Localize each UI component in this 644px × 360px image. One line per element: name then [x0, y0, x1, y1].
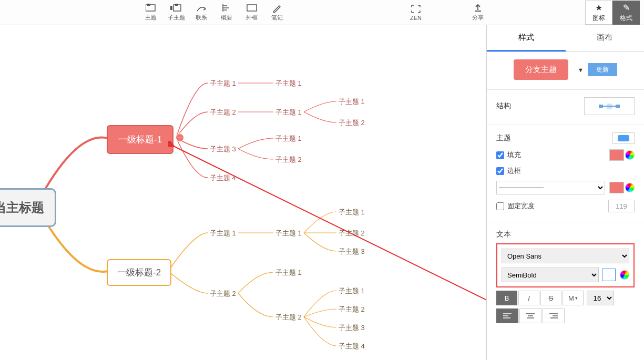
tab-format-label: 格式	[620, 14, 632, 23]
fill-color-picker-icon[interactable]	[625, 150, 635, 160]
note-label: 笔记	[271, 14, 283, 22]
text-color-swatch[interactable]	[602, 269, 616, 281]
border-checkbox-input[interactable]	[496, 167, 504, 175]
caret-down-icon[interactable]: ▼	[578, 67, 584, 73]
update-button[interactable]: 更新	[588, 63, 617, 76]
text-format-row: B I S M▾ 16	[496, 291, 635, 305]
leaf-node[interactable]: 子主题 1	[273, 78, 304, 89]
border-style-select[interactable]: ──────────	[496, 181, 605, 194]
leaf-node[interactable]: 子主题 1	[273, 133, 304, 145]
relation-button[interactable]: 联系	[189, 1, 214, 25]
leaf-node[interactable]: 子主题 2	[208, 288, 238, 300]
align-center-button[interactable]	[519, 308, 541, 323]
leaf-node[interactable]: 子主题 2	[336, 117, 367, 129]
bold-button[interactable]: B	[496, 291, 517, 305]
frame-label: 外框	[246, 14, 258, 22]
share-button[interactable]: 分享	[465, 1, 490, 25]
summary-button[interactable]: 概要	[214, 1, 239, 25]
leaf-node[interactable]: 子主题 2	[336, 304, 367, 315]
zen-button[interactable]: ZEN	[403, 1, 428, 25]
leaf-node[interactable]: 子主题 3	[336, 246, 367, 258]
leaf-node[interactable]: 子主题 1	[208, 78, 238, 89]
align-right-button[interactable]	[543, 308, 565, 323]
font-size-select[interactable]: 16	[587, 291, 614, 305]
zen-label: ZEN	[410, 15, 422, 21]
star-icon: ★	[595, 3, 602, 13]
collapse-toggle[interactable]: −	[176, 133, 184, 142]
leaf-node[interactable]: 子主题 2	[208, 107, 238, 118]
fill-checkbox-input[interactable]	[496, 151, 504, 159]
structure-label: 结构	[496, 101, 511, 111]
align-left-button[interactable]	[496, 308, 518, 323]
relation-icon	[196, 3, 207, 13]
theme-label: 主题	[496, 133, 511, 143]
format-panel: 样式 画布 分支主题 ▼ 更新 结构 主题 填充	[486, 25, 644, 360]
svg-rect-8	[599, 105, 603, 108]
fixed-width-label: 固定宽度	[507, 201, 535, 211]
structure-selector[interactable]	[584, 97, 635, 115]
subtopic-button[interactable]: 子主题	[163, 1, 189, 25]
svg-rect-2	[170, 6, 172, 10]
fixed-width-input[interactable]	[608, 200, 635, 212]
panel-tab-canvas[interactable]: 画布	[566, 25, 645, 52]
leaf-node[interactable]: 子主题 1	[273, 228, 304, 239]
connector-layer	[0, 25, 486, 360]
font-weight-select[interactable]: SemiBold	[502, 268, 599, 282]
panel-tab-style[interactable]: 样式	[487, 25, 566, 52]
text-align-row	[496, 308, 635, 323]
leaf-node[interactable]: 子主题 1	[336, 285, 367, 297]
branch-node-2[interactable]: 一级标题-2	[107, 259, 171, 286]
mindmap-canvas[interactable]: 当主标题 一级标题-1 − 子主题 1 子主题 2 子主题 3 子主题 4 子主…	[0, 25, 486, 360]
subtopic-label: 子主题	[168, 14, 185, 22]
branch-node-1[interactable]: 一级标题-1	[107, 125, 173, 154]
fill-checkbox[interactable]: 填充	[496, 150, 521, 160]
summary-label: 概要	[221, 14, 232, 22]
fixed-width-checkbox-input[interactable]	[496, 202, 504, 210]
toolbar-right-group: ★ 图标 ✎ 格式	[585, 1, 640, 25]
section-text: 文本 Open Sans SemiBold B I S M▾ 16	[487, 222, 644, 333]
leaf-node[interactable]: 子主题 2	[273, 154, 304, 166]
fixed-width-checkbox[interactable]: 固定宽度	[496, 201, 535, 211]
text-settings-highlight: Open Sans SemiBold	[496, 243, 635, 287]
leaf-node[interactable]: 子主题 1	[336, 96, 367, 108]
share-icon	[472, 3, 484, 13]
svg-rect-10	[607, 104, 612, 109]
svg-rect-9	[616, 105, 620, 108]
fill-label: 填充	[507, 150, 521, 160]
branch-topic-button[interactable]: 分支主题	[514, 59, 568, 80]
frame-button[interactable]: 外框	[239, 1, 264, 25]
italic-button[interactable]: I	[518, 291, 539, 305]
tab-icon-label: 图标	[592, 14, 605, 23]
leaf-node[interactable]: 子主题 1	[273, 267, 304, 279]
text-color-picker-icon[interactable]	[620, 270, 629, 280]
strike-button[interactable]: S	[540, 291, 561, 305]
subtopic-icon	[170, 3, 182, 13]
tab-format-button[interactable]: ✎ 格式	[612, 1, 640, 25]
leaf-node[interactable]: 子主题 2	[336, 228, 367, 239]
leaf-node[interactable]: 子主题 1	[208, 228, 238, 239]
leaf-node[interactable]: 子主题 1	[273, 107, 304, 118]
root-node[interactable]: 当主标题	[0, 188, 56, 227]
border-checkbox[interactable]: 边框	[496, 166, 521, 176]
topic-button[interactable]: 主题	[138, 1, 163, 25]
section-structure: 结构	[487, 90, 644, 125]
theme-selector[interactable]	[612, 132, 635, 144]
svg-rect-1	[147, 4, 150, 6]
caps-button[interactable]: M▾	[563, 291, 584, 305]
font-family-select[interactable]: Open Sans	[502, 249, 629, 263]
leaf-node[interactable]: 子主题 4	[208, 172, 238, 184]
leaf-node[interactable]: 子主题 2	[273, 312, 304, 323]
leaf-node[interactable]: 子主题 3	[336, 322, 367, 334]
leaf-node[interactable]: 子主题 1	[336, 207, 367, 218]
border-color-picker-icon[interactable]	[625, 183, 635, 192]
share-label: 分享	[472, 14, 484, 22]
fill-color-swatch[interactable]	[609, 149, 624, 161]
leaf-node[interactable]: 子主题 4	[336, 341, 367, 352]
section-topic-type: 分支主题 ▼ 更新	[487, 52, 644, 90]
border-color-swatch[interactable]	[609, 182, 624, 193]
border-label: 边框	[507, 166, 521, 176]
leaf-node[interactable]: 子主题 3	[208, 143, 238, 155]
note-button[interactable]: 笔记	[264, 1, 290, 25]
tab-icon-button[interactable]: ★ 图标	[585, 1, 612, 25]
svg-rect-4	[175, 4, 178, 6]
